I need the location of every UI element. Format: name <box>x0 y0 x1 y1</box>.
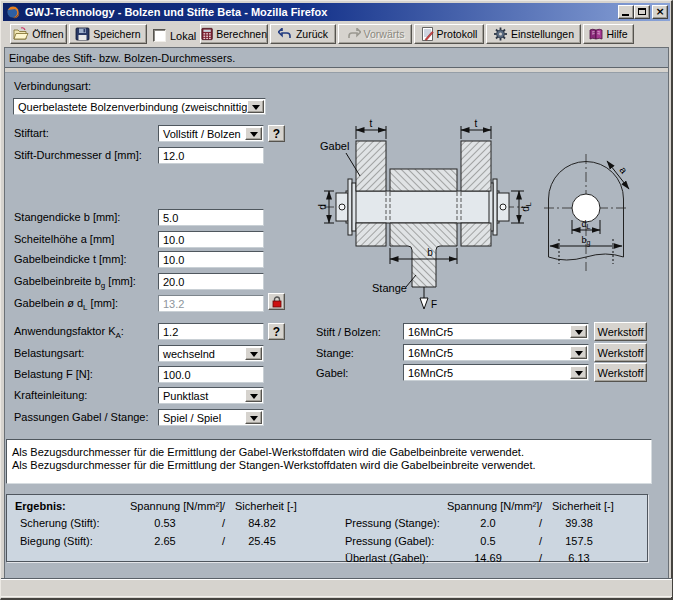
stangendicke-input[interactable]: 5.0 <box>158 209 264 226</box>
lock-icon <box>271 296 283 308</box>
local-checkbox[interactable] <box>153 29 166 42</box>
stangendicke-label: Stangendicke b [mm]: <box>14 211 120 223</box>
stiftart-label: Stiftart: <box>14 127 49 139</box>
gabelbeindicke-input[interactable]: 10.0 <box>158 251 264 268</box>
gabelbeinbreite-input[interactable]: 20.0 <box>158 273 264 290</box>
dim-bg: bg <box>582 235 591 247</box>
notes-box: Als Bezugsdurchmesser für die Ermittlung… <box>6 439 652 484</box>
verbindungsart-label: Verbindungsart: <box>14 80 91 92</box>
material-stift-label: Stift / Bolzen: <box>316 326 381 338</box>
settings-button[interactable]: Einstellungen <box>486 24 581 44</box>
belastungsart-label: Belastungsart: <box>14 347 84 359</box>
back-arrow-icon <box>278 28 293 40</box>
help-button[interactable]: Hilfe <box>583 24 634 44</box>
belastungsart-select[interactable]: wechselnd <box>158 345 264 362</box>
col-safety-right: Sicherheit [-] <box>552 500 614 512</box>
results-panel: Ergebnis: Spannung [N/mm²] / Sicherheit … <box>6 494 648 562</box>
stiftart-select[interactable]: Vollstift / Bolzen <box>158 125 264 142</box>
gabelbein-dl-lock-button[interactable] <box>268 293 285 310</box>
dim-t-left: t <box>370 118 373 129</box>
calculate-button[interactable]: Berechnen <box>200 24 268 44</box>
result-row-label: Pressung (Stange): <box>345 517 440 529</box>
dim-a: a <box>617 164 629 176</box>
gabel-label: Gabel <box>320 140 349 152</box>
material-stift-select[interactable]: 16MnCr5 <box>403 323 589 340</box>
gabelbein-dl-input: 13.2 <box>158 295 264 312</box>
anwendungsfaktor-input[interactable]: 1.2 <box>158 323 264 340</box>
result-row-label: Überlast (Gabel): <box>345 552 429 564</box>
protocol-document-icon <box>421 27 434 41</box>
local-checkbox-row: Lokal <box>153 29 196 42</box>
forward-button[interactable]: Vorwärts <box>338 24 412 44</box>
stiftart-help-button[interactable]: ? <box>268 125 285 142</box>
firefox-icon <box>6 5 20 19</box>
calculator-icon <box>201 27 213 41</box>
stift-durchmesser-input[interactable]: 12.0 <box>158 147 264 164</box>
save-floppy-icon <box>75 27 90 41</box>
message-line: Eingabe des Stift- bzw. Bolzen-Durchmess… <box>9 52 235 64</box>
dim-dl-side: dL <box>520 202 532 212</box>
scheitelhoehe-label: Scheitelhöhe a [mm] <box>14 233 114 245</box>
titlebar[interactable]: GWJ-Technology - Bolzen und Stifte Beta … <box>3 3 670 21</box>
main-panel: Eingabe des Stift- bzw. Bolzen-Durchmess… <box>4 47 669 578</box>
anwendungsfaktor-label: Anwendungsfaktor KA: <box>14 325 124 340</box>
passungen-label: Passungen Gabel / Stange: <box>14 411 149 423</box>
gabelbeindicke-label: Gabelbeindicke t [mm]: <box>14 253 127 265</box>
dropdown-arrow-icon[interactable] <box>245 389 262 402</box>
material-stange-label: Stange: <box>316 347 354 359</box>
scheitelhoehe-input[interactable]: 10.0 <box>158 231 264 248</box>
divider <box>5 67 668 73</box>
help-book-icon <box>589 28 603 41</box>
krafteinleitung-label: Krafteinleitung: <box>14 389 87 401</box>
dim-t-right: t <box>475 118 478 129</box>
window-title: GWJ-Technology - Bolzen und Stifte Beta … <box>25 6 327 18</box>
belastung-f-label: Belastung F [N]: <box>14 368 93 380</box>
passungen-select[interactable]: Spiel / Spiel <box>158 409 264 426</box>
open-button[interactable]: Öffnen <box>10 24 67 44</box>
dropdown-arrow-icon[interactable] <box>245 347 262 360</box>
minimize-icon <box>622 14 629 16</box>
dropdown-arrow-icon[interactable] <box>570 346 587 359</box>
verbindungsart-select[interactable]: Querbelastete Bolzenverbindung (zweischn… <box>13 98 266 115</box>
status-bar <box>1 578 672 597</box>
result-row-label: Scherung (Stift): <box>20 517 99 529</box>
close-icon: × <box>655 7 664 17</box>
close-button[interactable]: × <box>652 5 668 19</box>
dropdown-arrow-icon[interactable] <box>570 366 587 379</box>
gabelbeinbreite-label: Gabelbeinbreite bg [mm]: <box>14 275 136 290</box>
result-row-label: Pressung (Gabel): <box>345 535 434 547</box>
material-gabel-select[interactable]: 16MnCr5 <box>403 364 589 381</box>
col-safety-left: Sicherheit [-] <box>235 500 297 512</box>
back-button[interactable]: Zurück <box>270 24 336 44</box>
werkstoff-stift-button[interactable]: Werkstoff <box>594 322 647 341</box>
toolbar: Öffnen Speichern Lokal Berechnen Zu <box>3 21 670 47</box>
material-gabel-label: Gabel: <box>316 367 348 379</box>
maximize-button[interactable] <box>634 5 650 19</box>
dropdown-arrow-icon[interactable] <box>245 127 262 140</box>
krafteinleitung-select[interactable]: Punktlast <box>158 387 264 404</box>
dim-d: d <box>317 204 328 210</box>
result-row-label: Biegung (Stift): <box>20 535 93 547</box>
forward-arrow-icon <box>346 28 361 40</box>
force-f-label: F <box>431 299 437 310</box>
col-stress-right: Spannung [N/mm²] <box>447 500 539 512</box>
gabelbein-dl-label: Gabelbein ø dL [mm]: <box>14 297 118 312</box>
werkstoff-gabel-button[interactable]: Werkstoff <box>594 363 647 382</box>
save-button[interactable]: Speichern <box>69 24 147 44</box>
werkstoff-stange-button[interactable]: Werkstoff <box>594 343 647 362</box>
local-checkbox-label: Lokal <box>170 30 196 42</box>
dropdown-arrow-icon[interactable] <box>245 411 262 424</box>
note-line-1: Als Bezugsdurchmesser für die Ermittlung… <box>12 446 646 459</box>
note-line-2: Als Bezugsdurchmesser für die Ermittlung… <box>12 459 646 472</box>
material-stange-select[interactable]: 16MnCr5 <box>403 344 589 361</box>
stange-label: Stange <box>372 282 407 294</box>
dropdown-arrow-icon[interactable] <box>247 100 264 113</box>
maximize-icon <box>638 8 646 15</box>
dropdown-arrow-icon[interactable] <box>570 325 587 338</box>
protocol-button[interactable]: Protokoll <box>414 24 484 44</box>
results-heading: Ergebnis: <box>15 500 66 512</box>
belastung-f-input[interactable]: 100.0 <box>158 366 264 383</box>
anwendungsfaktor-help-button[interactable]: ? <box>268 323 285 340</box>
minimize-button[interactable] <box>618 5 634 19</box>
stift-durchmesser-label: Stift-Durchmesser d [mm]: <box>14 149 142 161</box>
